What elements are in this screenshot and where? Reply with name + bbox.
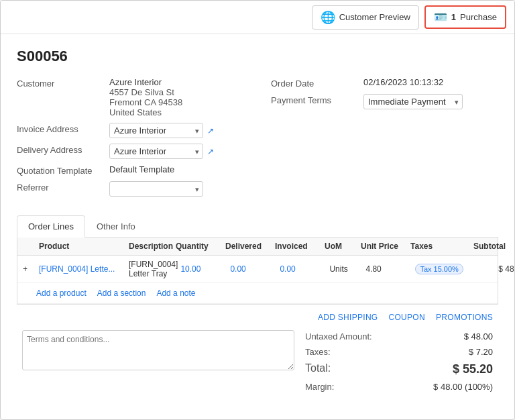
customer-preview-button[interactable]: 🌐 Customer Preview (312, 5, 419, 30)
col-description: Description (129, 242, 173, 251)
invoice-address-ext-link-icon[interactable]: ↗ (207, 126, 214, 136)
total-value: $ 55.20 (453, 362, 493, 376)
margin-row: Margin: $ 48.00 (100%) (305, 380, 493, 393)
quotation-template-label: Quotation Template (17, 164, 104, 176)
order-lines-table: Product Description Quantity Delivered I… (17, 238, 498, 305)
customer-address1: 4557 De Silva St (109, 87, 182, 97)
invoice-address-label: Invoice Address (17, 123, 104, 134)
referrer-select[interactable] (109, 181, 203, 197)
order-title: S00056 (17, 48, 498, 65)
footer-bottom: Untaxed Amount: $ 48.00 Taxes: $ 7.20 To… (22, 330, 493, 393)
col-subtotal: Subtotal (473, 242, 515, 251)
form-section: Customer Azure Interior 4557 De Silva St… (17, 77, 498, 202)
add-shipping-link[interactable]: ADD SHIPPING (318, 313, 378, 322)
col-taxes: Taxes (410, 242, 471, 251)
margin-value: $ 48.00 (100%) (433, 382, 493, 392)
customer-address2: Fremont CA 94538 (109, 97, 182, 107)
purchase-count: 1 (451, 12, 456, 22)
terms-area (22, 330, 294, 393)
untaxed-amount-value: $ 48.00 (464, 331, 493, 342)
referrer-select-wrapper (109, 181, 203, 197)
main-window: 🌐 Customer Preview 🪪 1 Purchase S00056 C… (0, 0, 515, 420)
untaxed-amount-row: Untaxed Amount: $ 48.00 (305, 330, 493, 343)
terms-textarea[interactable] (22, 330, 294, 370)
col-delivered: Delivered (225, 242, 272, 251)
row-uom: Units (329, 264, 363, 274)
footer-section: ADD SHIPPING COUPON PROMOTIONS Untaxed A… (17, 305, 498, 401)
row-invoiced[interactable]: 0.00 (280, 264, 327, 274)
invoice-address-select[interactable]: Azure Interior (109, 123, 203, 138)
total-row: Total: $ 55.20 (305, 361, 493, 378)
tabs: Order Lines Other Info (17, 215, 498, 238)
customer-preview-label: Customer Preview (339, 12, 410, 22)
add-section-link[interactable]: Add a section (97, 288, 146, 298)
tab-other-info[interactable]: Other Info (85, 215, 147, 237)
row-subtotal: $ 48.00 (478, 264, 515, 274)
delivery-address-label: Delivery Address (17, 144, 104, 155)
main-content: S00056 Customer Azure Interior 4557 De S… (1, 34, 514, 419)
purchase-button[interactable]: 🪪 1 Purchase (424, 5, 506, 29)
taxes-row: Taxes: $ 7.20 (305, 346, 493, 358)
row-taxes: Tax 15.00% (415, 264, 475, 274)
row-product[interactable]: [FURN_0004] Lette... (39, 264, 126, 274)
add-product-link[interactable]: Add a product (36, 288, 87, 298)
customer-name[interactable]: Azure Interior (109, 77, 162, 87)
table-header: Product Description Quantity Delivered I… (17, 238, 498, 256)
quotation-template-row: Quotation Template Default Template (17, 164, 244, 176)
delivery-address-row: Delivery Address Azure Interior ↗ (17, 144, 244, 159)
payment-terms-select[interactable]: Immediate Payment (363, 94, 463, 109)
col-add (23, 242, 36, 251)
taxes-label: Taxes: (305, 347, 331, 357)
row-delivered[interactable]: 0.00 (230, 264, 277, 274)
taxes-value: $ 7.20 (469, 347, 493, 357)
referrer-row: Referrer (17, 181, 244, 197)
invoice-address-select-wrapper: Azure Interior (109, 123, 203, 138)
payment-terms-row: Payment Terms Immediate Payment (271, 94, 498, 109)
row-description[interactable]: [FURN_0004] Letter Tray (129, 260, 178, 278)
delivery-address-field: Azure Interior ↗ (109, 144, 214, 159)
payment-terms-select-wrapper: Immediate Payment (363, 94, 463, 109)
col-unit-price: Unit Price (361, 242, 408, 251)
customer-label: Customer (17, 77, 104, 89)
purchase-icon: 🪪 (434, 11, 447, 23)
row-unit-price[interactable]: 4.80 (365, 264, 412, 274)
invoice-address-field: Azure Interior ↗ (109, 123, 214, 138)
add-note-link[interactable]: Add a note (156, 288, 195, 298)
tax-badge[interactable]: Tax 15.00% (415, 264, 463, 274)
top-bar: 🌐 Customer Preview 🪪 1 Purchase (1, 1, 514, 34)
referrer-label: Referrer (17, 181, 104, 193)
coupon-link[interactable]: COUPON (389, 313, 425, 322)
col-uom: UoM (325, 242, 358, 251)
delivery-address-select-wrapper: Azure Interior (109, 144, 203, 159)
order-date-label: Order Date (271, 77, 358, 89)
order-date-row: Order Date 02/16/2023 10:13:32 (271, 77, 498, 89)
margin-label: Margin: (305, 382, 334, 392)
totals-section: Untaxed Amount: $ 48.00 Taxes: $ 7.20 To… (305, 330, 493, 393)
untaxed-amount-label: Untaxed Amount: (305, 331, 372, 342)
footer-links: ADD SHIPPING COUPON PROMOTIONS (22, 313, 493, 322)
total-label: Total: (305, 362, 331, 376)
form-left: Customer Azure Interior 4557 De Silva St… (17, 77, 244, 202)
customer-row: Customer Azure Interior 4557 De Silva St… (17, 77, 244, 117)
payment-terms-label: Payment Terms (271, 94, 358, 105)
col-quantity: Quantity (176, 242, 223, 251)
purchase-label: Purchase (460, 12, 497, 22)
table-row: + [FURN_0004] Lette... [FURN_0004] Lette… (17, 256, 498, 283)
delivery-address-select[interactable]: Azure Interior (109, 144, 203, 159)
row-quantity[interactable]: 10.00 (180, 264, 227, 274)
quotation-template-value: Default Template (109, 164, 174, 174)
table-actions: Add a product Add a section Add a note (17, 283, 498, 304)
customer-value: Azure Interior 4557 De Silva St Fremont … (109, 77, 182, 117)
customer-address3: United States (109, 107, 182, 117)
globe-icon: 🌐 (321, 10, 335, 25)
col-product: Product (39, 242, 126, 251)
col-invoiced: Invoiced (275, 242, 322, 251)
tab-order-lines[interactable]: Order Lines (17, 215, 85, 238)
form-right: Order Date 02/16/2023 10:13:32 Payment T… (271, 77, 498, 202)
row-add-icon[interactable]: + (23, 264, 36, 274)
invoice-address-row: Invoice Address Azure Interior ↗ (17, 123, 244, 138)
promotions-link[interactable]: PROMOTIONS (436, 313, 493, 322)
delivery-address-ext-link-icon[interactable]: ↗ (207, 147, 214, 156)
order-date-value: 02/16/2023 10:13:32 (363, 77, 443, 87)
